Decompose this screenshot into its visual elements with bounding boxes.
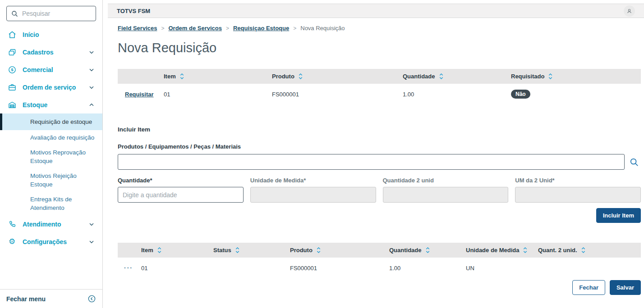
column-header-item[interactable]: Item [162, 72, 270, 81]
search-icon [629, 157, 639, 167]
chevron-down-icon [88, 66, 95, 73]
items-table-header: Item Status Produto Quantidade [118, 243, 641, 258]
field-unidade-medida: Unidade de Medida* [250, 177, 376, 203]
cell-quantidade: 1.00 [401, 90, 509, 99]
product-search-button[interactable] [627, 155, 641, 169]
salvar-button[interactable]: Salvar [610, 280, 641, 295]
sidebar-item-motivos-reprovacao-estoque[interactable]: Motivos Reprovação Estoque [0, 145, 102, 168]
breadcrumb-link-field-services[interactable]: Field Services [118, 25, 157, 32]
product-search-row [118, 154, 641, 170]
sidebar-item-estoque[interactable]: Estoque [0, 96, 102, 113]
sidebar-item-ordem-de-servico[interactable]: Ordem de serviço [0, 78, 102, 96]
field-um-da-2-unid: UM da 2 Unid* [515, 177, 641, 203]
column-header-quant-2-unid[interactable]: Quant. 2 unid. [536, 246, 641, 254]
column-header-empty [118, 76, 162, 77]
breadcrumb-separator: > [161, 25, 164, 32]
cell-status [212, 267, 288, 269]
sidebar-item-atendimento[interactable]: Atendimento [0, 215, 102, 233]
product-search-input[interactable] [118, 154, 625, 170]
um-da-2-unid-label: UM da 2 Unid* [515, 177, 641, 184]
sidebar-item-label: Ordem de serviço [23, 84, 82, 91]
user-avatar[interactable] [624, 5, 635, 17]
sort-icon [298, 73, 303, 80]
main-area: TOTVS FSM Field Services > Ordem de Serv… [108, 0, 644, 308]
breadcrumb-separator: > [293, 25, 296, 32]
breadcrumb-current: Nova Requisição [300, 25, 345, 32]
column-header-quantidade[interactable]: Quantidade [401, 72, 509, 81]
quantidade-2-unid-label: Quantidade 2 unid [383, 177, 509, 184]
sort-icon [581, 247, 586, 254]
sidebar-item-cadastros[interactable]: Cadastros [0, 43, 102, 61]
fechar-button[interactable]: Fechar [572, 280, 605, 295]
sidebar-item-avaliacao-de-requisicao[interactable]: Avaliação de requisição [0, 130, 102, 145]
sidebar-item-requisicao-de-estoque[interactable]: Requisição de estoque [0, 113, 102, 130]
sidebar-item-comercial[interactable]: $ Comercial [0, 61, 102, 78]
column-header-item[interactable]: Item [139, 246, 212, 254]
breadcrumb-separator: > [226, 25, 229, 32]
items-table: Item Status Produto Quantidade [118, 243, 641, 278]
sidebar-item-entrega-kits-de-atendimento[interactable]: Entrega Kits de Atendimento [0, 192, 102, 215]
collapse-menu-button[interactable]: Fechar menu [0, 289, 102, 308]
sidebar-menu: Início Cadastros $ Comercial [0, 26, 102, 250]
cell-produto: FS000001 [270, 90, 401, 99]
status-badge: Não [511, 90, 530, 99]
unidade-medida-input [250, 187, 376, 203]
product-search-label: Produtos / Equipamentos / Peças / Materi… [118, 143, 641, 150]
sidebar-search [6, 6, 96, 21]
dollar-circle-icon: $ [7, 65, 17, 74]
cell-quant-2-unid [536, 267, 641, 269]
sidebar-item-motivos-rejeicao-estoque[interactable]: Motivos Rejeição Estoque [0, 168, 102, 192]
warehouse-icon [7, 100, 17, 109]
phone-icon [7, 219, 17, 229]
svg-text:$: $ [11, 67, 14, 72]
column-header-produto[interactable]: Produto [288, 246, 387, 254]
sort-icon [439, 73, 444, 80]
sort-icon [548, 73, 553, 80]
sidebar-item-configuracoes[interactable]: ⚙ Configurações [0, 233, 102, 250]
table-row: Requisitar 01 FS000001 1.00 Não [118, 84, 641, 104]
requisitar-link[interactable]: Requisitar [125, 91, 154, 98]
incluir-item-button[interactable]: Incluir Item [596, 208, 641, 223]
field-quantidade-2-unid: Quantidade 2 unid [383, 177, 509, 203]
sidebar-item-label: Configurações [23, 238, 82, 245]
cell-unidade-medida: UN [464, 264, 536, 272]
unidade-medida-label: Unidade de Medida* [250, 177, 376, 184]
search-icon [11, 10, 18, 18]
cards-icon [7, 47, 17, 57]
chevron-down-icon [88, 49, 95, 56]
sort-icon [157, 247, 162, 254]
column-header-quantidade[interactable]: Quantidade [387, 246, 464, 254]
search-input[interactable] [22, 10, 92, 17]
sidebar: Início Cadastros $ Comercial [0, 0, 103, 308]
column-header-status[interactable]: Status [212, 246, 288, 254]
sidebar-item-inicio[interactable]: Início [0, 26, 102, 43]
sidebar-item-label: Cadastros [23, 49, 82, 56]
row-actions-button[interactable]: ··· [124, 264, 133, 272]
sort-icon [316, 247, 321, 254]
chevron-down-icon [88, 84, 95, 91]
column-header-unidade-de-medida[interactable]: Unidade de Medida [464, 246, 536, 254]
cell-item: 01 [162, 90, 270, 99]
column-header-produto[interactable]: Produto [270, 72, 401, 81]
sidebar-item-label: Atendimento [23, 221, 82, 228]
cell-produto: FS000001 [288, 264, 387, 272]
sort-icon [179, 73, 184, 80]
quantidade-input[interactable] [118, 187, 244, 203]
column-header-empty [118, 249, 139, 251]
breadcrumb-link-ordem-de-servicos[interactable]: Ordem de Servicos [168, 25, 222, 32]
quantity-fields: Quantidade* Unidade de Medida* Quantidad… [118, 177, 641, 203]
requisition-table: Item Produto Quantidade Requisitado [118, 69, 641, 104]
breadcrumb: Field Services > Ordem de Servicos > Req… [118, 25, 641, 32]
field-quantidade: Quantidade* [118, 177, 244, 203]
column-header-requisitado[interactable]: Requisitado [509, 72, 641, 81]
quantidade-label: Quantidade* [118, 177, 244, 184]
sidebar-item-label: Comercial [23, 66, 82, 73]
breadcrumb-link-requisicao-estoque[interactable]: Requisiçao Estoque [233, 25, 289, 32]
um-da-2-unid-input [515, 187, 641, 203]
quantidade-2-unid-input [383, 187, 509, 203]
cell-quantidade: 1.00 [387, 264, 464, 272]
chevron-down-icon [88, 221, 95, 228]
circle-chevron-left-icon [87, 294, 96, 303]
app-title: TOTVS FSM [117, 8, 150, 14]
section-title: Incluir Item [118, 126, 641, 133]
